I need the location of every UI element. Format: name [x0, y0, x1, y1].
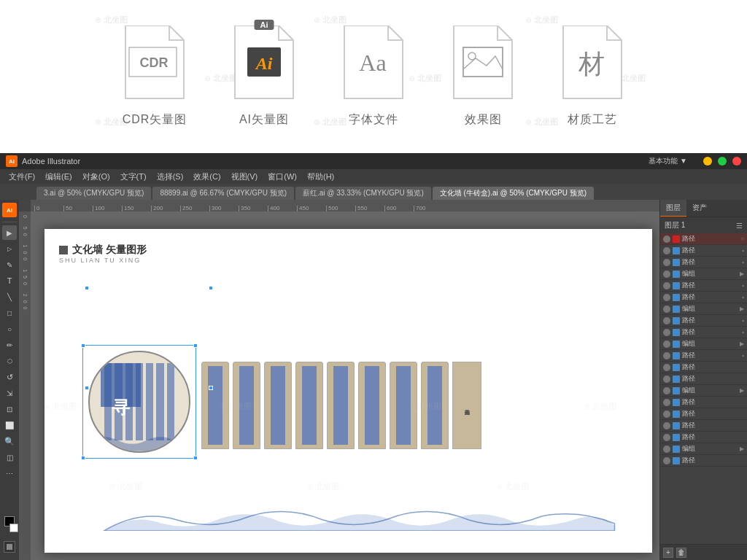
layer-item-7[interactable]: 编组 ▶ — [660, 303, 747, 315]
tool-rotate[interactable]: ↺ — [2, 370, 17, 384]
tool-type[interactable]: T — [2, 273, 17, 288]
layer-visibility[interactable] — [663, 317, 670, 324]
close-button[interactable] — [732, 157, 741, 166]
layer-visibility[interactable] — [663, 352, 670, 359]
menu-file[interactable]: 文件(F) — [4, 169, 39, 184]
layer-expand[interactable]: ▶ — [740, 446, 744, 452]
layer-item-2[interactable]: 路径 • — [660, 245, 747, 257]
menu-help[interactable]: 帮助(H) — [303, 169, 338, 184]
layer-color — [673, 446, 680, 453]
minimize-button[interactable] — [703, 157, 712, 166]
tool-blend[interactable]: ⋯ — [2, 466, 17, 481]
tool-eyedropper[interactable]: 🔍 — [2, 434, 17, 448]
layer-item-5[interactable]: 路径 • — [660, 280, 747, 292]
menu-view[interactable]: 视图(V) — [227, 169, 263, 184]
screen-mode[interactable] — [4, 541, 15, 553]
layer-item-19[interactable]: 编组 ▶ — [660, 443, 747, 455]
tool-line[interactable]: ╲ — [2, 289, 17, 304]
tool-brush[interactable]: ✏ — [2, 338, 17, 352]
layer-item-10[interactable]: 编组 ▶ — [660, 338, 747, 350]
layer-expand[interactable]: ▶ — [740, 387, 744, 394]
layer-visibility[interactable] — [663, 236, 670, 243]
layer-visibility[interactable] — [663, 422, 670, 429]
layer-expand[interactable]: ▶ — [740, 271, 744, 277]
layer-item-17[interactable]: 路径 — [660, 420, 747, 432]
layer-item-3[interactable]: 路径 • — [660, 257, 747, 268]
maximize-button[interactable] — [718, 157, 727, 166]
tool-scale[interactable]: ⇲ — [2, 386, 17, 400]
layer-visibility[interactable] — [663, 376, 670, 383]
new-layer-icon: + — [666, 548, 670, 556]
layer-visibility[interactable] — [663, 294, 670, 301]
tool-blob[interactable]: ⬡ — [2, 354, 17, 368]
panel-tab-assets[interactable]: 资产 — [686, 200, 713, 217]
tool-warp[interactable]: ⊡ — [2, 402, 17, 416]
layer-item-4[interactable]: 编组 ▶ — [660, 268, 747, 280]
tool-pen[interactable]: ✎ — [2, 257, 17, 272]
menu-edit[interactable]: 编辑(E) — [41, 169, 77, 184]
ai-logo-toolbar: Ai — [2, 203, 17, 217]
layer-color — [673, 271, 680, 278]
layer-dot: • — [742, 294, 744, 300]
tool-direct-select[interactable]: ▷ — [2, 241, 17, 256]
layer-visibility[interactable] — [663, 446, 670, 453]
layer-item-18[interactable]: 路径 — [660, 432, 747, 443]
layer-item-12[interactable]: 路径 — [660, 362, 747, 373]
menu-select[interactable]: 选择(S) — [152, 169, 188, 184]
layer-item-16[interactable]: 路径 — [660, 408, 747, 420]
panel-stripe — [365, 366, 379, 445]
tool-ellipse[interactable]: ○ — [2, 322, 17, 336]
layer-item-11[interactable]: 路径 • — [660, 350, 747, 362]
layer-options[interactable]: ☰ — [736, 222, 743, 230]
layer-visibility[interactable] — [663, 329, 670, 336]
layer-item-15[interactable]: 路径 — [660, 397, 747, 408]
layer-color — [673, 399, 680, 406]
layer-visibility[interactable] — [663, 306, 670, 313]
ai-left-toolbar: Ai ▶ ▷ ✎ T ╲ □ ○ ✏ ⬡ ↺ ⇲ ⊡ ⬜ 🔍 ◫ ⋯ — [0, 200, 19, 560]
layer-visibility[interactable] — [663, 399, 670, 406]
layer-visibility[interactable] — [663, 271, 670, 278]
tab-3[interactable]: 薪红.ai @ 33.33% (CMYK/GPU 预览) — [295, 187, 431, 200]
panel-tab-layers[interactable]: 图层 — [660, 200, 686, 217]
delete-layer-button[interactable]: 🗑 — [676, 548, 686, 558]
layer-item-20[interactable]: 路径 — [660, 455, 747, 467]
layer-color — [673, 364, 680, 371]
tab-1[interactable]: 3.ai @ 50% (CMYK/GPU 预览) — [36, 187, 151, 200]
layer-visibility[interactable] — [663, 434, 670, 441]
layer-expand[interactable]: ▶ — [740, 306, 744, 312]
handle-tl — [81, 343, 85, 348]
tool-rect[interactable]: □ — [2, 306, 17, 320]
menu-object[interactable]: 对象(O) — [78, 169, 115, 184]
layer-visibility[interactable] — [663, 341, 670, 348]
tool-graph[interactable]: ⬜ — [2, 418, 17, 432]
ruler-tick: 0 — [34, 206, 63, 211]
layer-item-1[interactable]: 路径 ○ — [660, 233, 747, 245]
ai-titlebar: Ai Adobe Illustrator 基本功能 ▼ — [0, 153, 747, 169]
menu-text[interactable]: 文字(T) — [116, 169, 151, 184]
tool-gradient[interactable]: ◫ — [2, 450, 17, 464]
selection-handle — [209, 286, 213, 290]
layer-color — [673, 247, 680, 254]
ai-workspace-label[interactable]: 基本功能 ▼ — [649, 156, 687, 166]
layer-item-9[interactable]: 路径 • — [660, 327, 747, 338]
layer-visibility[interactable] — [663, 364, 670, 371]
layer-item-8[interactable]: 路径 • — [660, 315, 747, 327]
menu-window[interactable]: 窗口(W) — [263, 169, 301, 184]
tab-4-active[interactable]: 文化墙 (牛砖盒).ai @ 50% (CMYK/GPU 预览) — [433, 187, 594, 200]
layer-visibility[interactable] — [663, 411, 670, 418]
layer-visibility[interactable] — [663, 282, 670, 289]
layer-item-6[interactable]: 路径 • — [660, 292, 747, 303]
layer-item-13[interactable]: 路径 — [660, 373, 747, 385]
new-layer-button[interactable]: + — [663, 548, 673, 558]
stroke-color[interactable] — [9, 524, 18, 532]
tab-2[interactable]: 88899.ai @ 66.67% (CMYK/GPU 预览) — [152, 187, 294, 200]
tool-select[interactable]: ▶ — [2, 225, 17, 240]
layer-visibility[interactable] — [663, 247, 670, 254]
layer-visibility[interactable] — [663, 387, 670, 394]
layer-visibility[interactable] — [663, 259, 670, 266]
layer-expand[interactable]: ▶ — [740, 341, 744, 347]
layer-item-14[interactable]: 编组 ▶ — [660, 385, 747, 397]
menu-effect[interactable]: 效果(C) — [189, 169, 225, 184]
delete-layer-icon: 🗑 — [678, 548, 685, 556]
layer-visibility[interactable] — [663, 457, 670, 464]
